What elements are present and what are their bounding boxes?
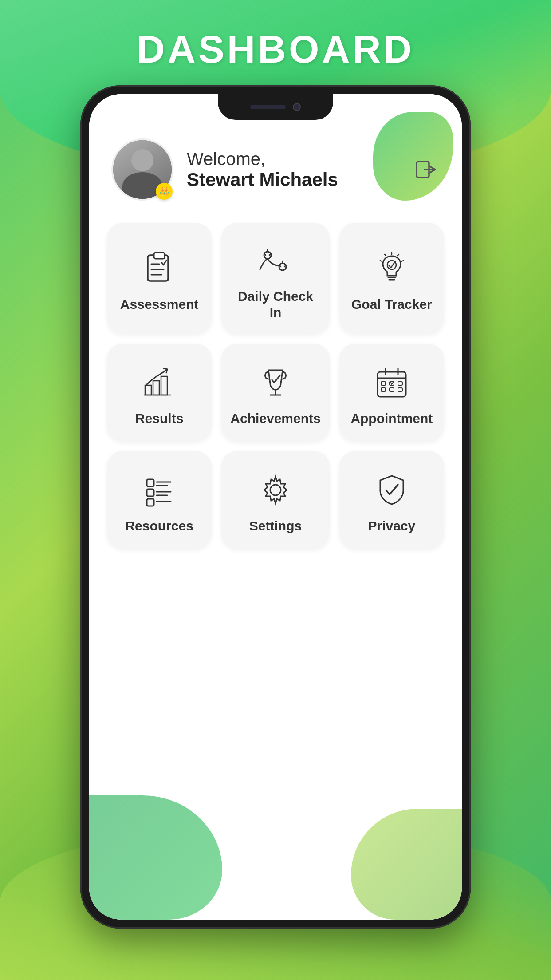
menu-item-results[interactable]: Results (107, 344, 212, 441)
avatar-wrapper: 👑 (111, 138, 173, 201)
menu-item-daily-check-in[interactable]: Daily Check In (221, 223, 329, 334)
svg-line-19 (398, 254, 399, 256)
menu-item-achievements[interactable]: Achievements (221, 344, 329, 441)
privacy-label: Privacy (368, 518, 415, 534)
svg-rect-45 (147, 499, 154, 506)
crown-icon: 👑 (159, 186, 170, 197)
goal-tracker-label: Goal Tracker (351, 296, 432, 312)
svg-rect-24 (153, 381, 159, 395)
resources-label: Resources (125, 518, 193, 534)
svg-rect-38 (398, 388, 402, 391)
welcome-text: Welcome, Stewart Michaels (187, 149, 400, 190)
menu-grid: Assessment (89, 214, 462, 557)
appointment-icon (372, 363, 412, 403)
svg-line-20 (401, 261, 403, 261)
svg-rect-36 (381, 388, 386, 391)
logout-icon (415, 158, 438, 181)
privacy-icon (372, 470, 412, 510)
page-title: DASHBOARD (137, 27, 414, 72)
menu-item-goal-tracker[interactable]: Goal Tracker (339, 223, 444, 334)
results-icon (139, 363, 179, 403)
daily-check-in-label: Daily Check In (230, 288, 320, 320)
phone-screen: 👑 Welcome, Stewart Michaels (89, 94, 462, 920)
svg-rect-25 (161, 376, 167, 395)
appointment-label: Appointment (350, 411, 433, 427)
svg-point-47 (270, 485, 281, 495)
settings-icon (256, 470, 295, 510)
daily-check-in-icon (256, 241, 295, 281)
welcome-line1: Welcome, (187, 149, 400, 169)
crown-badge: 👑 (156, 183, 173, 200)
goal-tracker-icon (372, 249, 412, 288)
blob-bottom-left (89, 795, 222, 920)
screen-content: 👑 Welcome, Stewart Michaels (89, 94, 462, 920)
assessment-label: Assessment (120, 296, 199, 312)
menu-item-privacy[interactable]: Privacy (339, 451, 444, 549)
svg-rect-35 (398, 382, 402, 385)
menu-item-assessment[interactable]: Assessment (107, 223, 212, 334)
notch-camera (293, 103, 301, 111)
svg-rect-39 (147, 479, 154, 486)
svg-rect-42 (147, 489, 154, 496)
assessment-icon (139, 249, 179, 288)
svg-line-22 (385, 254, 386, 256)
menu-item-appointment[interactable]: Appointment (339, 344, 444, 441)
achievements-icon (256, 363, 295, 403)
svg-rect-37 (390, 388, 394, 391)
svg-rect-33 (381, 382, 386, 385)
notch (218, 94, 333, 120)
menu-item-resources[interactable]: Resources (107, 451, 212, 549)
notch-speaker (250, 105, 286, 109)
resources-icon (139, 470, 179, 510)
results-label: Results (135, 411, 183, 427)
blob-bottom-right (351, 809, 462, 920)
logout-button[interactable] (413, 156, 440, 183)
phone-frame: 👑 Welcome, Stewart Michaels (80, 85, 471, 929)
svg-rect-23 (145, 385, 151, 395)
menu-item-settings[interactable]: Settings (221, 451, 329, 549)
svg-rect-3 (154, 253, 165, 259)
achievements-label: Achievements (230, 411, 320, 427)
settings-label: Settings (249, 518, 302, 534)
welcome-line2: Stewart Michaels (187, 169, 400, 190)
svg-line-21 (380, 261, 382, 261)
